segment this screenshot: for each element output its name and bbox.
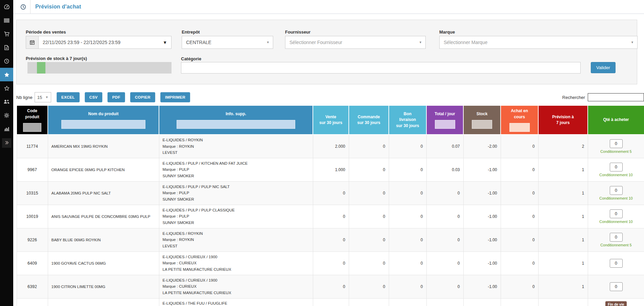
column-header-label: Qté à acheter <box>589 117 643 123</box>
chevron-down-icon: ▼ <box>419 41 425 44</box>
cell-value <box>538 298 588 306</box>
cell-commande: 0 <box>349 181 389 205</box>
users-icon <box>4 99 9 104</box>
column-filter-total-input[interactable] <box>435 120 455 129</box>
column-header-label: Total / jour <box>428 111 462 117</box>
conditionnement-label: Conditionnement 10 <box>591 173 641 177</box>
fournisseur-select[interactable]: Sélectionner Fournisseur ▼ <box>285 36 426 49</box>
qte-a-acheter-input[interactable] <box>610 163 623 171</box>
periode-input[interactable]: 22/11/2025 23:59 - 22/12/2025 23:59 ▼ <box>26 36 172 49</box>
top-bar: Prévision d'achat <box>13 0 644 14</box>
sidebar-item-star[interactable] <box>0 68 13 81</box>
conditionnement-label: Conditionnement 5 <box>591 149 641 154</box>
sidebar-item-star-outline[interactable] <box>0 81 13 95</box>
export-csv-button[interactable]: CSV <box>85 92 103 102</box>
cell-info: E-LIQUIDES / PULP / PULP CLASSIQUEMarque… <box>159 205 313 228</box>
sidebar-item-bar-chart[interactable] <box>0 122 13 136</box>
cell-info: E-LIQUIDES / PULP / KITCHEN AND FAT JUIC… <box>159 158 313 181</box>
stock-forecast-progress-bar <box>27 62 172 74</box>
sidebar-expand-button[interactable] <box>2 138 11 148</box>
qte-a-acheter-input[interactable] <box>610 233 623 242</box>
column-header-info[interactable]: Info. supp. <box>159 105 313 135</box>
cell-achat: 0 <box>501 205 538 228</box>
export-copier-button[interactable]: COPIER <box>130 92 155 102</box>
column-filter-info-input[interactable] <box>177 120 295 129</box>
cell-nom: ORANGE EPICEE 06MG PULP KITCHEN <box>48 158 159 181</box>
column-header-nom[interactable]: Nom du produit <box>48 105 159 135</box>
export-excel-button[interactable]: EXCEL <box>57 92 80 102</box>
cell-commande: 0 <box>349 228 389 251</box>
cell-prevision: 1 <box>538 181 588 205</box>
tachometer-icon <box>4 4 9 9</box>
cell-info: E-LIQUIDES / CURIEUX / 1900Marque : CURI… <box>159 275 313 298</box>
sidebar-item-users[interactable] <box>0 95 13 108</box>
sidebar-item-gear[interactable] <box>0 108 13 122</box>
valider-button[interactable]: Valider <box>591 62 616 73</box>
sidebar-item-tachometer[interactable] <box>0 0 13 14</box>
cell-total: 0 <box>426 251 463 275</box>
cell-value <box>349 298 389 306</box>
filter-panel: Période des ventes 22/11/2025 23:59 - 22… <box>16 20 637 84</box>
cell-commande: 0 <box>349 251 389 275</box>
column-filter-nom-input[interactable] <box>61 120 145 129</box>
chevron-down-icon: ▼ <box>45 96 48 99</box>
page-title: Prévision d'achat <box>35 4 81 10</box>
column-header-achat[interactable]: Achat encours <box>501 105 538 135</box>
column-header-total[interactable]: Total / jour <box>426 105 463 135</box>
cell-bon: 0 <box>389 158 426 181</box>
cell-prevision: 2 <box>538 135 588 158</box>
column-filter-code-input[interactable] <box>23 123 41 132</box>
marque-select[interactable]: Sélectionner Marque ▼ <box>439 36 638 49</box>
cell-total: 0.03 <box>426 158 463 181</box>
info-line: E-LIQUIDES / PULP / PULP NIC SALT <box>163 184 309 190</box>
cell-code <box>17 298 48 306</box>
cell-qte: Conditionnement 5 <box>588 228 644 251</box>
column-filter-achat-input[interactable] <box>509 123 530 132</box>
cell-vente: 0 <box>313 275 349 298</box>
cell-achat: 0 <box>501 181 538 205</box>
sidebar-item-clock[interactable] <box>0 54 13 68</box>
column-header-label: Info. supp. <box>161 111 311 117</box>
column-header-qte[interactable]: Qté à acheter <box>588 105 644 135</box>
column-header-commande[interactable]: Commandesur 30 jours <box>349 105 389 135</box>
column-header-code[interactable]: Codeproduit <box>17 105 48 135</box>
cell-commande: 0 <box>349 275 389 298</box>
nb-ligne-select[interactable]: 15 ▼ <box>35 92 51 102</box>
cell-commande: 0 <box>349 135 389 158</box>
bar-chart-icon <box>4 126 9 131</box>
column-header-prevision[interactable]: Prévision à7 jours <box>538 105 588 135</box>
cell-info: E-LIQUIDES / PULP / PULP NIC SALTMarque … <box>159 181 313 205</box>
cell-achat: 0 <box>501 158 538 181</box>
cell-stock: -1.00 <box>463 205 501 228</box>
qte-a-acheter-input[interactable] <box>610 139 623 148</box>
column-header-stock[interactable]: Stock <box>463 105 501 135</box>
cell-vente: 2.000 <box>313 135 349 158</box>
export-pdf-button[interactable]: PDF <box>107 92 125 102</box>
gear-icon <box>4 113 9 118</box>
column-filter-stock-input[interactable] <box>472 120 492 129</box>
column-header-bon[interactable]: Bonlivraisonsur 30 jours <box>389 105 426 135</box>
cell-qte: Fin de vie <box>588 298 644 306</box>
qte-a-acheter-input[interactable] <box>610 259 623 268</box>
cell-qte: Conditionnement 5 <box>588 135 644 158</box>
sidebar-item-barcode[interactable] <box>0 14 13 27</box>
cell-commande: 0 <box>349 205 389 228</box>
search-input[interactable] <box>588 93 644 101</box>
sidebar-item-cart[interactable] <box>0 27 13 41</box>
column-header-vente[interactable]: Ventesur 30 jours <box>313 105 349 135</box>
categorie-input[interactable] <box>181 62 581 74</box>
qte-a-acheter-input[interactable] <box>610 209 623 218</box>
column-header-label: Code <box>18 108 46 114</box>
cell-value <box>463 298 501 306</box>
column-header-label: Bon <box>390 111 425 117</box>
info-line: SUNNY SMOKER <box>163 173 309 179</box>
chevron-down-icon: ▼ <box>631 41 637 44</box>
entrepot-select[interactable]: CENTRALE ▼ <box>182 36 273 49</box>
qte-a-acheter-input[interactable] <box>610 282 623 291</box>
export-imprimer-button[interactable]: IMPRIMER <box>160 92 190 102</box>
column-header-label: sur 30 jours <box>350 120 387 126</box>
cell-vente: 0 <box>313 251 349 275</box>
chevron-down-icon: ▼ <box>266 41 273 44</box>
sidebar-item-document[interactable] <box>0 41 13 54</box>
qte-a-acheter-input[interactable] <box>610 186 623 195</box>
